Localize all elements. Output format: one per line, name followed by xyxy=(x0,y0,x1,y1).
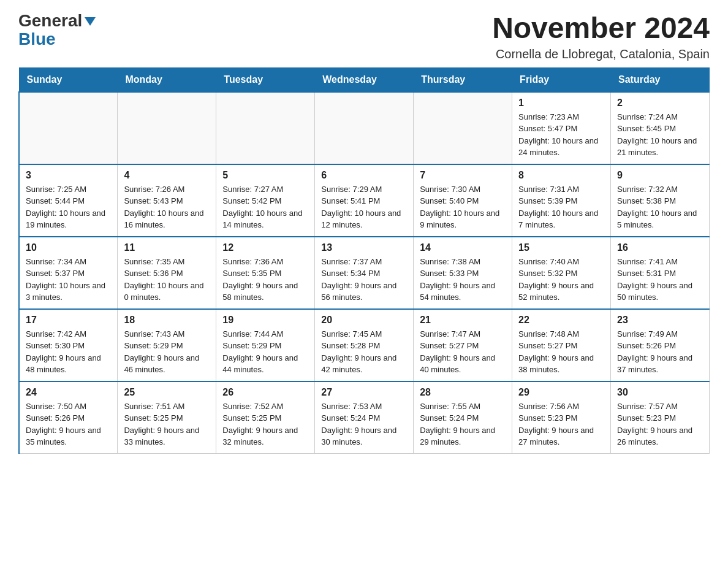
day-number: 9 xyxy=(617,170,703,181)
header-monday: Monday xyxy=(118,67,216,92)
table-row: 25Sunrise: 7:51 AMSunset: 5:25 PMDayligh… xyxy=(118,381,216,454)
day-number: 7 xyxy=(420,170,506,181)
day-info: Sunrise: 7:40 AMSunset: 5:32 PMDaylight:… xyxy=(518,256,604,304)
table-row xyxy=(315,92,414,164)
day-number: 20 xyxy=(321,315,407,326)
day-info: Sunrise: 7:23 AMSunset: 5:47 PMDaylight:… xyxy=(518,111,604,159)
table-row: 10Sunrise: 7:34 AMSunset: 5:37 PMDayligh… xyxy=(19,237,118,309)
table-row: 28Sunrise: 7:55 AMSunset: 5:24 PMDayligh… xyxy=(414,381,512,454)
day-number: 26 xyxy=(222,387,308,398)
table-row: 29Sunrise: 7:56 AMSunset: 5:23 PMDayligh… xyxy=(512,381,611,454)
table-row: 7Sunrise: 7:30 AMSunset: 5:40 PMDaylight… xyxy=(414,164,512,237)
table-row: 11Sunrise: 7:35 AMSunset: 5:36 PMDayligh… xyxy=(118,237,216,309)
day-info: Sunrise: 7:57 AMSunset: 5:23 PMDaylight:… xyxy=(617,400,703,448)
logo-arrow-icon xyxy=(83,15,97,28)
table-row: 22Sunrise: 7:48 AMSunset: 5:27 PMDayligh… xyxy=(512,309,611,381)
header-thursday: Thursday xyxy=(414,67,512,92)
table-row: 16Sunrise: 7:41 AMSunset: 5:31 PMDayligh… xyxy=(611,237,710,309)
table-row: 5Sunrise: 7:27 AMSunset: 5:42 PMDaylight… xyxy=(216,164,315,237)
day-info: Sunrise: 7:24 AMSunset: 5:45 PMDaylight:… xyxy=(617,111,703,159)
table-row: 8Sunrise: 7:31 AMSunset: 5:39 PMDaylight… xyxy=(512,164,611,237)
day-info: Sunrise: 7:55 AMSunset: 5:24 PMDaylight:… xyxy=(420,400,506,448)
day-info: Sunrise: 7:34 AMSunset: 5:37 PMDaylight:… xyxy=(26,256,111,304)
day-info: Sunrise: 7:26 AMSunset: 5:43 PMDaylight:… xyxy=(124,183,210,231)
day-number: 12 xyxy=(222,242,308,253)
main-title: November 2024 xyxy=(492,12,710,45)
logo-general: General xyxy=(18,12,82,29)
table-row: 12Sunrise: 7:36 AMSunset: 5:35 PMDayligh… xyxy=(216,237,315,309)
table-row: 13Sunrise: 7:37 AMSunset: 5:34 PMDayligh… xyxy=(315,237,414,309)
logo-blue: Blue xyxy=(18,29,56,49)
table-row: 26Sunrise: 7:52 AMSunset: 5:25 PMDayligh… xyxy=(216,381,315,454)
day-info: Sunrise: 7:47 AMSunset: 5:27 PMDaylight:… xyxy=(420,328,506,376)
day-number: 29 xyxy=(518,387,604,398)
day-number: 23 xyxy=(617,315,703,326)
day-number: 27 xyxy=(321,387,407,398)
day-number: 8 xyxy=(518,170,604,181)
day-info: Sunrise: 7:48 AMSunset: 5:27 PMDaylight:… xyxy=(518,328,604,376)
table-row: 9Sunrise: 7:32 AMSunset: 5:38 PMDaylight… xyxy=(611,164,710,237)
table-row: 4Sunrise: 7:26 AMSunset: 5:43 PMDaylight… xyxy=(118,164,216,237)
day-info: Sunrise: 7:53 AMSunset: 5:24 PMDaylight:… xyxy=(321,400,407,448)
day-info: Sunrise: 7:42 AMSunset: 5:30 PMDaylight:… xyxy=(26,328,111,376)
day-info: Sunrise: 7:50 AMSunset: 5:26 PMDaylight:… xyxy=(26,400,111,448)
day-number: 11 xyxy=(124,242,210,253)
day-number: 15 xyxy=(518,242,604,253)
day-number: 30 xyxy=(617,387,703,398)
day-number: 21 xyxy=(420,315,506,326)
table-row: 18Sunrise: 7:43 AMSunset: 5:29 PMDayligh… xyxy=(118,309,216,381)
header-wednesday: Wednesday xyxy=(315,67,414,92)
table-row: 1Sunrise: 7:23 AMSunset: 5:47 PMDaylight… xyxy=(512,92,611,164)
table-row: 24Sunrise: 7:50 AMSunset: 5:26 PMDayligh… xyxy=(19,381,118,454)
logo: General Blue xyxy=(18,12,97,49)
calendar-header-row: Sunday Monday Tuesday Wednesday Thursday… xyxy=(19,67,710,92)
calendar-week-row: 24Sunrise: 7:50 AMSunset: 5:26 PMDayligh… xyxy=(19,381,710,454)
day-number: 6 xyxy=(321,170,407,181)
day-number: 18 xyxy=(124,315,210,326)
calendar-week-row: 10Sunrise: 7:34 AMSunset: 5:37 PMDayligh… xyxy=(19,237,710,309)
day-info: Sunrise: 7:44 AMSunset: 5:29 PMDaylight:… xyxy=(222,328,308,376)
day-info: Sunrise: 7:56 AMSunset: 5:23 PMDaylight:… xyxy=(518,400,604,448)
header-tuesday: Tuesday xyxy=(216,67,315,92)
table-row xyxy=(414,92,512,164)
day-info: Sunrise: 7:38 AMSunset: 5:33 PMDaylight:… xyxy=(420,256,506,304)
day-number: 17 xyxy=(26,315,111,326)
day-number: 25 xyxy=(124,387,210,398)
table-row xyxy=(216,92,315,164)
title-section: November 2024 Cornella de Llobregat, Cat… xyxy=(492,12,710,61)
day-number: 5 xyxy=(222,170,308,181)
calendar-table: Sunday Monday Tuesday Wednesday Thursday… xyxy=(18,67,710,454)
table-row: 19Sunrise: 7:44 AMSunset: 5:29 PMDayligh… xyxy=(216,309,315,381)
day-number: 1 xyxy=(518,98,604,109)
day-info: Sunrise: 7:36 AMSunset: 5:35 PMDaylight:… xyxy=(222,256,308,304)
header-friday: Friday xyxy=(512,67,611,92)
table-row: 14Sunrise: 7:38 AMSunset: 5:33 PMDayligh… xyxy=(414,237,512,309)
subtitle: Cornella de Llobregat, Catalonia, Spain xyxy=(492,47,710,61)
day-info: Sunrise: 7:41 AMSunset: 5:31 PMDaylight:… xyxy=(617,256,703,304)
table-row xyxy=(118,92,216,164)
calendar-week-row: 1Sunrise: 7:23 AMSunset: 5:47 PMDaylight… xyxy=(19,92,710,164)
day-number: 24 xyxy=(26,387,111,398)
table-row: 30Sunrise: 7:57 AMSunset: 5:23 PMDayligh… xyxy=(611,381,710,454)
page-header: General Blue November 2024 Cornella de L… xyxy=(18,12,710,61)
day-info: Sunrise: 7:37 AMSunset: 5:34 PMDaylight:… xyxy=(321,256,407,304)
table-row: 23Sunrise: 7:49 AMSunset: 5:26 PMDayligh… xyxy=(611,309,710,381)
day-number: 3 xyxy=(26,170,111,181)
table-row: 27Sunrise: 7:53 AMSunset: 5:24 PMDayligh… xyxy=(315,381,414,454)
table-row: 15Sunrise: 7:40 AMSunset: 5:32 PMDayligh… xyxy=(512,237,611,309)
header-saturday: Saturday xyxy=(611,67,710,92)
table-row: 20Sunrise: 7:45 AMSunset: 5:28 PMDayligh… xyxy=(315,309,414,381)
day-info: Sunrise: 7:43 AMSunset: 5:29 PMDaylight:… xyxy=(124,328,210,376)
table-row: 21Sunrise: 7:47 AMSunset: 5:27 PMDayligh… xyxy=(414,309,512,381)
day-number: 28 xyxy=(420,387,506,398)
table-row: 2Sunrise: 7:24 AMSunset: 5:45 PMDaylight… xyxy=(611,92,710,164)
svg-marker-0 xyxy=(85,17,96,26)
day-number: 2 xyxy=(617,98,703,109)
table-row: 3Sunrise: 7:25 AMSunset: 5:44 PMDaylight… xyxy=(19,164,118,237)
day-info: Sunrise: 7:30 AMSunset: 5:40 PMDaylight:… xyxy=(420,183,506,231)
day-number: 13 xyxy=(321,242,407,253)
day-info: Sunrise: 7:49 AMSunset: 5:26 PMDaylight:… xyxy=(617,328,703,376)
day-info: Sunrise: 7:31 AMSunset: 5:39 PMDaylight:… xyxy=(518,183,604,231)
header-sunday: Sunday xyxy=(19,67,118,92)
calendar-week-row: 17Sunrise: 7:42 AMSunset: 5:30 PMDayligh… xyxy=(19,309,710,381)
